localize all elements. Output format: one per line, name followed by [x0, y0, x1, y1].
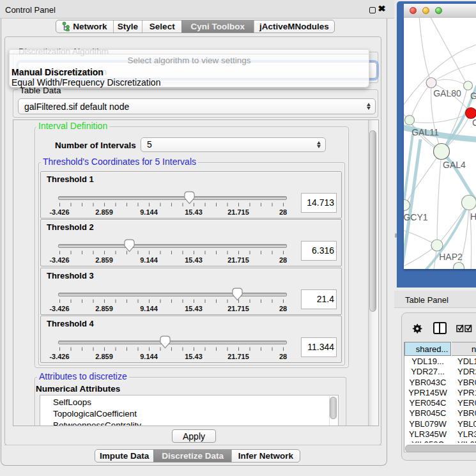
- svg-text:C: C: [472, 118, 476, 128]
- svg-text:GA: GA: [470, 91, 476, 101]
- svg-text:H: H: [470, 211, 476, 222]
- svg-text:GCY1: GCY1: [404, 212, 428, 222]
- svg-text:HAP2: HAP2: [439, 252, 463, 262]
- svg-text:GAL4: GAL4: [443, 160, 466, 170]
- svg-text:GAL11: GAL11: [411, 127, 439, 137]
- svg-text:GAL80: GAL80: [433, 88, 461, 98]
